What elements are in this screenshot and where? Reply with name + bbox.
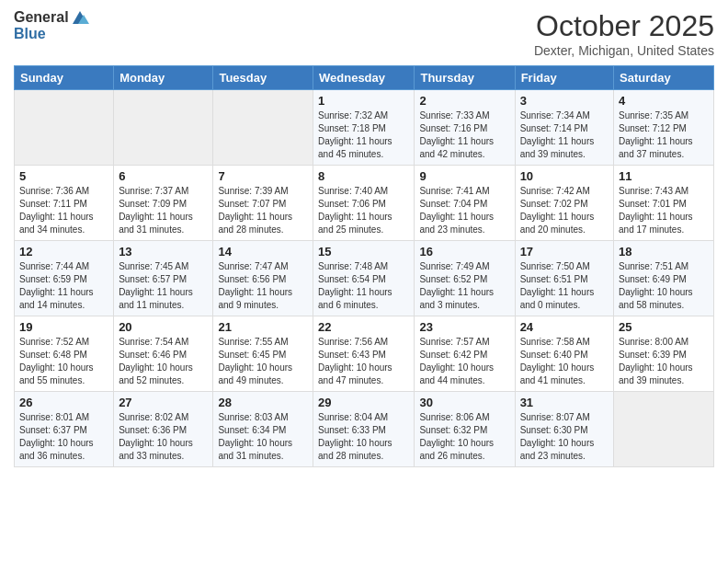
calendar-header-tuesday: Tuesday (213, 66, 313, 90)
day-number: 24 (520, 320, 609, 334)
calendar-header-saturday: Saturday (614, 66, 714, 90)
day-number: 11 (619, 169, 709, 183)
calendar-cell: 7Sunrise: 7:39 AM Sunset: 7:07 PM Daylig… (213, 166, 313, 241)
day-info: Sunrise: 7:43 AM Sunset: 7:01 PM Dayligh… (619, 185, 709, 236)
day-info: Sunrise: 7:34 AM Sunset: 7:14 PM Dayligh… (520, 109, 609, 161)
calendar-header-friday: Friday (515, 66, 613, 90)
day-number: 14 (218, 245, 308, 259)
calendar-cell: 8Sunrise: 7:40 AM Sunset: 7:06 PM Daylig… (313, 166, 415, 241)
day-number: 3 (520, 94, 609, 108)
calendar-cell: 2Sunrise: 7:33 AM Sunset: 7:16 PM Daylig… (415, 90, 515, 166)
calendar-cell: 21Sunrise: 7:55 AM Sunset: 6:45 PM Dayli… (213, 316, 313, 392)
day-number: 21 (218, 320, 308, 334)
logo-general-text: General (14, 9, 69, 26)
calendar-cell: 22Sunrise: 7:56 AM Sunset: 6:43 PM Dayli… (313, 316, 415, 392)
day-info: Sunrise: 7:41 AM Sunset: 7:04 PM Dayligh… (419, 185, 509, 236)
day-number: 4 (619, 94, 709, 108)
calendar-cell: 14Sunrise: 7:47 AM Sunset: 6:56 PM Dayli… (213, 241, 313, 316)
calendar-cell (15, 90, 114, 166)
day-number: 2 (419, 94, 509, 108)
logo-icon (71, 9, 89, 26)
day-number: 10 (520, 169, 609, 183)
day-number: 13 (119, 245, 208, 259)
calendar-cell (213, 90, 313, 166)
calendar-cell: 25Sunrise: 8:00 AM Sunset: 6:39 PM Dayli… (614, 316, 714, 392)
calendar-cell: 16Sunrise: 7:49 AM Sunset: 6:52 PM Dayli… (415, 241, 515, 316)
day-number: 16 (419, 245, 509, 259)
calendar-cell: 27Sunrise: 8:02 AM Sunset: 6:36 PM Dayli… (114, 392, 213, 467)
day-info: Sunrise: 7:58 AM Sunset: 6:40 PM Dayligh… (520, 336, 609, 387)
calendar-cell: 30Sunrise: 8:06 AM Sunset: 6:32 PM Dayli… (415, 392, 515, 467)
day-info: Sunrise: 7:55 AM Sunset: 6:45 PM Dayligh… (218, 336, 308, 387)
day-info: Sunrise: 7:50 AM Sunset: 6:51 PM Dayligh… (520, 260, 609, 312)
calendar-week-row: 19Sunrise: 7:52 AM Sunset: 6:48 PM Dayli… (15, 316, 714, 392)
calendar-cell: 29Sunrise: 8:04 AM Sunset: 6:33 PM Dayli… (313, 392, 415, 467)
calendar-cell: 20Sunrise: 7:54 AM Sunset: 6:46 PM Dayli… (114, 316, 213, 392)
day-info: Sunrise: 7:49 AM Sunset: 6:52 PM Dayligh… (419, 260, 509, 312)
calendar-cell: 13Sunrise: 7:45 AM Sunset: 6:57 PM Dayli… (114, 241, 213, 316)
day-info: Sunrise: 8:01 AM Sunset: 6:37 PM Dayligh… (19, 411, 108, 463)
day-info: Sunrise: 7:35 AM Sunset: 7:12 PM Dayligh… (619, 109, 709, 161)
calendar-cell: 31Sunrise: 8:07 AM Sunset: 6:30 PM Dayli… (515, 392, 613, 467)
day-number: 12 (19, 245, 108, 259)
calendar-cell: 28Sunrise: 8:03 AM Sunset: 6:34 PM Dayli… (213, 392, 313, 467)
day-info: Sunrise: 8:02 AM Sunset: 6:36 PM Dayligh… (119, 411, 208, 463)
day-number: 17 (520, 245, 609, 259)
day-number: 15 (318, 245, 409, 259)
calendar-table: SundayMondayTuesdayWednesdayThursdayFrid… (14, 65, 714, 467)
subtitle: Dexter, Michigan, United States (534, 43, 714, 58)
calendar-week-row: 1Sunrise: 7:32 AM Sunset: 7:18 PM Daylig… (15, 90, 714, 166)
calendar-cell (614, 392, 714, 467)
calendar-cell: 12Sunrise: 7:44 AM Sunset: 6:59 PM Dayli… (15, 241, 114, 316)
logo: General Blue (14, 9, 89, 42)
day-info: Sunrise: 7:51 AM Sunset: 6:49 PM Dayligh… (619, 260, 709, 312)
day-number: 1 (318, 94, 409, 108)
calendar-cell: 3Sunrise: 7:34 AM Sunset: 7:14 PM Daylig… (515, 90, 613, 166)
day-number: 22 (318, 320, 409, 334)
calendar-cell: 19Sunrise: 7:52 AM Sunset: 6:48 PM Dayli… (15, 316, 114, 392)
day-number: 6 (119, 169, 208, 183)
day-number: 9 (419, 169, 509, 183)
calendar-header-thursday: Thursday (415, 66, 515, 90)
calendar-cell: 23Sunrise: 7:57 AM Sunset: 6:42 PM Dayli… (415, 316, 515, 392)
day-info: Sunrise: 7:44 AM Sunset: 6:59 PM Dayligh… (19, 260, 108, 312)
main-title: October 2025 (534, 9, 714, 43)
day-number: 18 (619, 245, 709, 259)
calendar-cell: 6Sunrise: 7:37 AM Sunset: 7:09 PM Daylig… (114, 166, 213, 241)
day-number: 20 (119, 320, 208, 334)
day-info: Sunrise: 7:52 AM Sunset: 6:48 PM Dayligh… (19, 336, 108, 387)
day-info: Sunrise: 7:56 AM Sunset: 6:43 PM Dayligh… (318, 336, 409, 387)
day-info: Sunrise: 7:57 AM Sunset: 6:42 PM Dayligh… (419, 336, 509, 387)
calendar-cell: 24Sunrise: 7:58 AM Sunset: 6:40 PM Dayli… (515, 316, 613, 392)
day-number: 26 (19, 396, 108, 409)
day-number: 25 (619, 320, 709, 334)
day-number: 7 (218, 169, 308, 183)
day-number: 29 (318, 396, 409, 409)
calendar-week-row: 26Sunrise: 8:01 AM Sunset: 6:37 PM Dayli… (15, 392, 714, 467)
day-info: Sunrise: 7:33 AM Sunset: 7:16 PM Dayligh… (419, 109, 509, 161)
day-number: 28 (218, 396, 308, 409)
day-info: Sunrise: 8:06 AM Sunset: 6:32 PM Dayligh… (419, 411, 509, 463)
day-info: Sunrise: 7:47 AM Sunset: 6:56 PM Dayligh… (218, 260, 308, 312)
calendar-cell: 9Sunrise: 7:41 AM Sunset: 7:04 PM Daylig… (415, 166, 515, 241)
calendar-cell: 18Sunrise: 7:51 AM Sunset: 6:49 PM Dayli… (614, 241, 714, 316)
calendar-cell: 15Sunrise: 7:48 AM Sunset: 6:54 PM Dayli… (313, 241, 415, 316)
day-number: 19 (19, 320, 108, 334)
day-info: Sunrise: 8:04 AM Sunset: 6:33 PM Dayligh… (318, 411, 409, 463)
day-info: Sunrise: 7:37 AM Sunset: 7:09 PM Dayligh… (119, 185, 208, 236)
day-info: Sunrise: 7:45 AM Sunset: 6:57 PM Dayligh… (119, 260, 208, 312)
calendar-cell: 26Sunrise: 8:01 AM Sunset: 6:37 PM Dayli… (15, 392, 114, 467)
calendar-header-monday: Monday (114, 66, 213, 90)
calendar-cell: 1Sunrise: 7:32 AM Sunset: 7:18 PM Daylig… (313, 90, 415, 166)
calendar-cell (114, 90, 213, 166)
day-info: Sunrise: 7:48 AM Sunset: 6:54 PM Dayligh… (318, 260, 409, 312)
day-number: 23 (419, 320, 509, 334)
calendar-week-row: 5Sunrise: 7:36 AM Sunset: 7:11 PM Daylig… (15, 166, 714, 241)
header: General Blue October 2025 Dexter, Michig… (14, 9, 714, 58)
calendar-header-row: SundayMondayTuesdayWednesdayThursdayFrid… (15, 66, 714, 90)
calendar-week-row: 12Sunrise: 7:44 AM Sunset: 6:59 PM Dayli… (15, 241, 714, 316)
day-number: 5 (19, 169, 108, 183)
day-info: Sunrise: 7:36 AM Sunset: 7:11 PM Dayligh… (19, 185, 108, 236)
calendar-header-wednesday: Wednesday (313, 66, 415, 90)
calendar-cell: 4Sunrise: 7:35 AM Sunset: 7:12 PM Daylig… (614, 90, 714, 166)
